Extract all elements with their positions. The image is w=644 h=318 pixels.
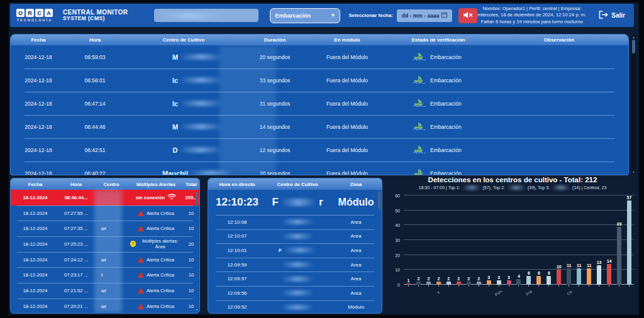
column-header[interactable]: Fecha <box>11 37 66 43</box>
bar[interactable] <box>547 276 551 285</box>
alert-row[interactable]: 18-12-202407:27:55 ...Alerta Crítica10 <box>11 206 199 221</box>
x-tick-mark <box>448 285 449 287</box>
x-tick <box>595 285 603 304</box>
alert-row[interactable]: 18-12-202408:46:44...sin conexión205... <box>11 190 199 206</box>
column-header[interactable]: Observación <box>489 37 629 43</box>
scrollbar-thumb[interactable] <box>632 40 635 53</box>
redacted-text <box>284 248 316 253</box>
bar[interactable] <box>477 282 481 285</box>
bar-slot: 3 <box>495 195 503 285</box>
bar[interactable] <box>436 282 441 285</box>
column-header[interactable]: Estado de verificación <box>388 37 489 43</box>
bar[interactable] <box>617 227 621 285</box>
table-row: 2024-12-1806:56:01Ic33 segundosFuera del… <box>11 69 628 92</box>
bar[interactable] <box>607 264 611 285</box>
bar[interactable] <box>507 280 511 285</box>
column-header[interactable]: Hora en directo <box>208 182 266 187</box>
bar[interactable] <box>627 200 631 285</box>
bar-value-label: 6 <box>528 271 530 275</box>
user-info-line1: Nombre: Operador1 | Perfil: central | Em… <box>477 6 586 12</box>
column-header[interactable]: Centro de Cultivo <box>266 182 329 187</box>
cell-zona: Area <box>329 290 382 296</box>
boat-icon <box>412 52 426 62</box>
cell-hora: 12:09:59 <box>208 262 266 268</box>
bar[interactable] <box>567 268 571 285</box>
bar-value-label: 2 <box>437 277 440 281</box>
alert-row[interactable]: 18-12-202407:24:12 ...urAlerta Crítica10 <box>11 252 199 268</box>
bar[interactable] <box>497 280 501 285</box>
bar[interactable] <box>526 276 531 285</box>
scrollbar-thumb[interactable] <box>196 192 198 207</box>
redacted-text <box>281 234 314 239</box>
date-placeholder: dd - mm - aaaa <box>402 13 440 19</box>
y-axis: 0102030405060 <box>387 195 401 285</box>
logout-button[interactable]: Salir <box>599 11 625 20</box>
bar[interactable] <box>577 268 581 285</box>
estado-label: Embarcación <box>430 147 462 153</box>
cell-centro: ur <box>92 304 130 309</box>
alerts-header: Fecha Hora Centro Múltiples Alertas Tota… <box>11 178 199 190</box>
table-row: 2024-12-1806:44:46M14 segundosFuera del … <box>11 115 628 138</box>
cell-hora: 07:27:35 ... <box>60 226 92 231</box>
bar[interactable] <box>426 282 431 285</box>
cell-centro: M <box>124 123 243 131</box>
bar[interactable] <box>406 283 411 285</box>
bar-value-label: 6 <box>538 271 540 275</box>
mute-button[interactable] <box>458 8 477 23</box>
x-tick-label: Pun. <box>494 288 504 297</box>
x-tick: Ca <box>565 285 573 304</box>
x-tick <box>585 285 593 304</box>
cell-hora: 06:42:51 <box>66 147 124 153</box>
bar-value-label: 57 <box>627 195 632 200</box>
cell-hora: 06:47:14 <box>66 101 124 107</box>
bar[interactable] <box>557 270 561 285</box>
x-tick-mark <box>489 285 489 287</box>
column-header[interactable]: Total <box>182 182 200 187</box>
column-header[interactable]: Duración <box>243 37 306 43</box>
cell-hora: 07:24:12 ... <box>60 257 92 263</box>
cell-estado: Embarcación <box>388 75 489 85</box>
date-input[interactable]: dd - mm - aaaa <box>397 9 452 22</box>
column-header[interactable]: Zona <box>329 182 382 187</box>
column-header[interactable]: Hora <box>66 37 124 43</box>
column-header[interactable]: Centro de Cultivo <box>124 37 243 43</box>
bar[interactable] <box>447 282 451 285</box>
bar[interactable] <box>587 268 591 285</box>
orca-logo: O R C A TECNOLOGÍA <box>16 9 53 22</box>
column-header[interactable]: Múltiples Alertas <box>130 182 182 187</box>
scrollbar-thumb[interactable] <box>378 192 380 209</box>
x-tick-mark <box>629 285 630 287</box>
bar-value-label: 2 <box>477 277 480 281</box>
alert-row[interactable]: 18-12-202407:23:17 ...lAlerta Crítica10 <box>11 267 199 283</box>
cell-total: 20 <box>182 241 200 247</box>
column-header[interactable]: Hora <box>60 182 92 187</box>
alert-row[interactable]: 18-12-202407:21:52 ...urAlerta Crítica10 <box>11 283 199 299</box>
search-input[interactable] <box>154 9 258 22</box>
alert-row[interactable]: 18-12-202407:27:35 ...urAlerta Crítica10 <box>11 221 199 236</box>
redacted-text <box>281 277 314 282</box>
cell-alert-type: Alerta Crítica <box>130 272 182 278</box>
subtitle-segment: (14) | Centros: 23 <box>572 185 606 190</box>
bar-value-label: 39 <box>617 222 622 226</box>
table-row: 2024-12-1806:59:03M20 segundosFuera del … <box>11 45 628 69</box>
alert-row[interactable]: 18-12-202407:20:21 ...urAlerta Crítica10 <box>11 299 199 314</box>
subtitle-segment: 18:30 - 07:00 | Top 1: <box>419 185 460 190</box>
bar[interactable] <box>457 282 461 285</box>
bar[interactable] <box>597 265 601 285</box>
bar[interactable] <box>487 280 491 285</box>
alert-row[interactable]: 18-12-202407:25:23 ...!Múltiples alertas… <box>11 236 199 252</box>
bar[interactable] <box>416 282 421 285</box>
cell-en-modulo: Fuera del Módulo <box>306 54 388 60</box>
bar[interactable] <box>536 276 541 285</box>
main-table-scrollbar[interactable]: ▲ ▼ <box>631 35 636 174</box>
filter-select[interactable]: Embarcación ▼ <box>270 8 340 23</box>
column-header[interactable]: En módulo <box>306 37 388 43</box>
cell-centro: M <box>124 53 243 61</box>
bar[interactable] <box>516 279 521 285</box>
column-header[interactable]: Fecha <box>11 182 60 187</box>
redacted-text <box>281 305 314 310</box>
centro-name: F <box>279 248 282 253</box>
bar[interactable] <box>467 282 471 285</box>
bar-slot: 11 <box>585 195 593 285</box>
column-header[interactable]: Centro <box>92 182 130 187</box>
